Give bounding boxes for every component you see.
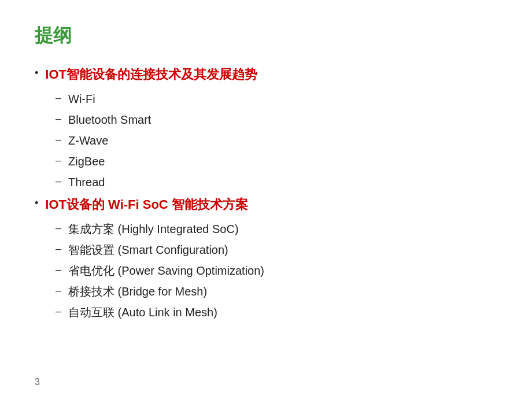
sub-item-1-4: – ZigBee [56, 152, 497, 171]
sub-item-2-3: – 省电优化 (Power Saving Optimization) [56, 261, 497, 280]
sub-text-1-4: ZigBee [68, 152, 105, 171]
bullet-main-2: IOT设备的 Wi-Fi SoC 智能技术方案 [45, 196, 248, 214]
dash-icon-2-3: – [56, 261, 61, 278]
sub-text-1-3: Z-Wave [68, 131, 108, 150]
dash-icon-1-3: – [56, 131, 61, 148]
sub-item-1-5: – Thread [56, 173, 497, 191]
sub-text-1-5: Thread [68, 173, 105, 191]
sub-list-1: – Wi-Fi – Bluetooth Smart – Z-Wave – Zig… [56, 90, 497, 191]
content-area: • IOT智能设备的连接技术及其发展趋势 – Wi-Fi – Bluetooth… [35, 66, 497, 322]
sub-text-2-3: 省电优化 (Power Saving Optimization) [68, 261, 264, 280]
bullet-dot-1: • [35, 67, 38, 79]
dash-icon-2-5: – [56, 303, 61, 320]
slide-title: 提纲 [35, 23, 497, 49]
sub-text-2-5: 自动互联 (Auto Link in Mesh) [68, 303, 217, 322]
sub-item-1-1: – Wi-Fi [56, 90, 497, 108]
slide-container: 提纲 • IOT智能设备的连接技术及其发展趋势 – Wi-Fi – Blueto… [0, 0, 532, 399]
sub-text-2-2: 智能设置 (Smart Configuration) [68, 241, 228, 259]
slide-number: 3 [35, 377, 40, 387]
dash-icon-2-4: – [56, 282, 61, 299]
dash-icon-2-1: – [56, 220, 61, 237]
dash-icon-1-1: – [56, 90, 61, 106]
sub-text-1-2: Bluetooth Smart [68, 110, 151, 129]
sub-list-2: – 集成方案 (Highly Integrated SoC) – 智能设置 (S… [56, 220, 497, 322]
sub-item-2-1: – 集成方案 (Highly Integrated SoC) [56, 220, 497, 238]
bullet-item-1: • IOT智能设备的连接技术及其发展趋势 [35, 66, 497, 84]
sub-item-2-5: – 自动互联 (Auto Link in Mesh) [56, 303, 497, 322]
bullet-dot-2: • [35, 197, 38, 209]
bullet-main-1: IOT智能设备的连接技术及其发展趋势 [45, 66, 257, 84]
sub-item-1-2: – Bluetooth Smart [56, 110, 497, 129]
sub-text-2-1: 集成方案 (Highly Integrated SoC) [68, 220, 239, 238]
dash-icon-2-2: – [56, 241, 61, 257]
sub-item-2-4: – 桥接技术 (Bridge for Mesh) [56, 282, 497, 301]
sub-item-2-2: – 智能设置 (Smart Configuration) [56, 241, 497, 259]
dash-icon-1-4: – [56, 152, 61, 169]
sub-text-1-1: Wi-Fi [68, 90, 95, 108]
bullet-item-2: • IOT设备的 Wi-Fi SoC 智能技术方案 [35, 196, 497, 214]
dash-icon-1-5: – [56, 173, 61, 190]
dash-icon-1-2: – [56, 110, 61, 127]
sub-item-1-3: – Z-Wave [56, 131, 497, 150]
sub-text-2-4: 桥接技术 (Bridge for Mesh) [68, 282, 207, 301]
